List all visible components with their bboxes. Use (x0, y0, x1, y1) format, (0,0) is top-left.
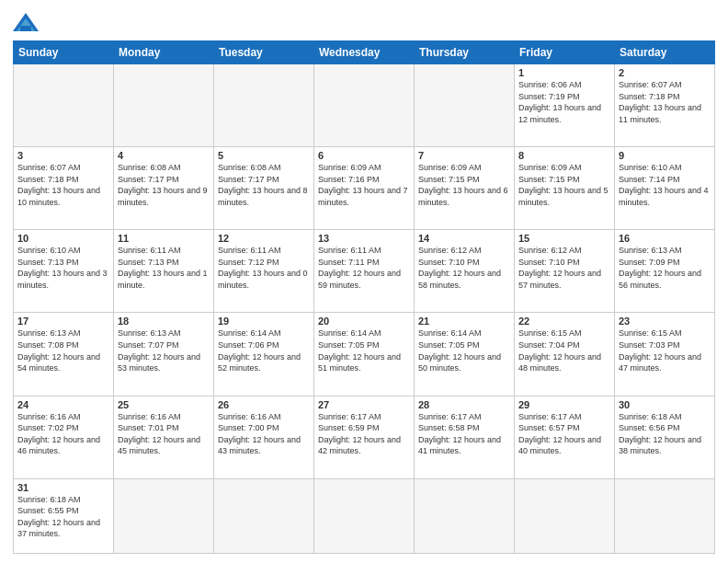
calendar-week-row: 10Sunrise: 6:10 AM Sunset: 7:13 PM Dayli… (14, 230, 715, 313)
day-number: 26 (218, 399, 310, 410)
calendar-cell: 3Sunrise: 6:07 AM Sunset: 7:18 PM Daylig… (14, 147, 114, 230)
day-number: 27 (318, 399, 410, 410)
calendar-cell: 2Sunrise: 6:07 AM Sunset: 7:18 PM Daylig… (615, 64, 715, 147)
svg-rect-2 (20, 26, 31, 31)
day-info: Sunrise: 6:06 AM Sunset: 7:19 PM Dayligh… (518, 79, 610, 125)
day-number: 9 (619, 150, 711, 161)
day-info: Sunrise: 6:14 AM Sunset: 7:05 PM Dayligh… (318, 327, 410, 373)
header (13, 9, 715, 35)
day-info: Sunrise: 6:12 AM Sunset: 7:10 PM Dayligh… (518, 245, 610, 291)
calendar-cell: 10Sunrise: 6:10 AM Sunset: 7:13 PM Dayli… (14, 230, 114, 313)
day-number: 12 (218, 233, 310, 244)
day-number: 31 (17, 482, 109, 493)
day-info: Sunrise: 6:07 AM Sunset: 7:18 PM Dayligh… (17, 162, 109, 208)
calendar-cell: 8Sunrise: 6:09 AM Sunset: 7:15 PM Daylig… (515, 147, 615, 230)
calendar-cell: 9Sunrise: 6:10 AM Sunset: 7:14 PM Daylig… (615, 147, 715, 230)
calendar-cell (314, 478, 415, 553)
calendar-cell: 23Sunrise: 6:15 AM Sunset: 7:03 PM Dayli… (615, 313, 715, 396)
calendar-week-row: 24Sunrise: 6:16 AM Sunset: 7:02 PM Dayli… (14, 396, 715, 478)
calendar-week-row: 1Sunrise: 6:06 AM Sunset: 7:19 PM Daylig… (14, 64, 715, 147)
day-number: 19 (218, 316, 310, 327)
page: SundayMondayTuesdayWednesdayThursdayFrid… (0, 0, 728, 563)
logo (13, 13, 42, 35)
calendar-cell: 29Sunrise: 6:17 AM Sunset: 6:57 PM Dayli… (515, 396, 615, 478)
calendar-cell: 4Sunrise: 6:08 AM Sunset: 7:17 PM Daylig… (114, 147, 214, 230)
day-number: 24 (17, 399, 109, 410)
day-number: 1 (518, 67, 610, 78)
calendar-cell (214, 478, 314, 553)
calendar-cell (515, 478, 615, 553)
day-info: Sunrise: 6:15 AM Sunset: 7:04 PM Dayligh… (518, 327, 610, 373)
day-info: Sunrise: 6:11 AM Sunset: 7:12 PM Dayligh… (218, 245, 310, 291)
day-info: Sunrise: 6:18 AM Sunset: 6:55 PM Dayligh… (17, 494, 109, 540)
calendar-week-row: 17Sunrise: 6:13 AM Sunset: 7:08 PM Dayli… (14, 313, 715, 396)
calendar-day-header: Tuesday (214, 41, 314, 64)
calendar-cell (114, 478, 214, 553)
day-info: Sunrise: 6:18 AM Sunset: 6:56 PM Dayligh… (619, 411, 711, 457)
day-info: Sunrise: 6:12 AM Sunset: 7:10 PM Dayligh… (418, 245, 510, 291)
day-info: Sunrise: 6:11 AM Sunset: 7:11 PM Dayligh… (318, 245, 410, 291)
calendar-cell: 27Sunrise: 6:17 AM Sunset: 6:59 PM Dayli… (314, 396, 415, 478)
day-info: Sunrise: 6:17 AM Sunset: 6:59 PM Dayligh… (318, 411, 410, 457)
calendar-cell: 24Sunrise: 6:16 AM Sunset: 7:02 PM Dayli… (14, 396, 114, 478)
day-number: 17 (17, 316, 109, 327)
calendar-day-header: Sunday (14, 41, 114, 64)
calendar-cell: 28Sunrise: 6:17 AM Sunset: 6:58 PM Dayli… (415, 396, 515, 478)
day-info: Sunrise: 6:14 AM Sunset: 7:05 PM Dayligh… (418, 327, 510, 373)
day-info: Sunrise: 6:14 AM Sunset: 7:06 PM Dayligh… (218, 327, 310, 373)
day-number: 7 (418, 150, 510, 161)
day-info: Sunrise: 6:13 AM Sunset: 7:09 PM Dayligh… (619, 245, 711, 291)
calendar-cell: 12Sunrise: 6:11 AM Sunset: 7:12 PM Dayli… (214, 230, 314, 313)
calendar-cell: 25Sunrise: 6:16 AM Sunset: 7:01 PM Dayli… (114, 396, 214, 478)
day-number: 3 (17, 150, 109, 161)
day-number: 30 (619, 399, 711, 410)
day-number: 5 (218, 150, 310, 161)
day-info: Sunrise: 6:09 AM Sunset: 7:15 PM Dayligh… (418, 162, 510, 208)
calendar-day-header: Thursday (415, 41, 515, 64)
calendar-day-header: Friday (515, 41, 615, 64)
calendar-cell: 1Sunrise: 6:06 AM Sunset: 7:19 PM Daylig… (515, 64, 615, 147)
calendar-cell: 18Sunrise: 6:13 AM Sunset: 7:07 PM Dayli… (114, 313, 214, 396)
calendar-week-row: 31Sunrise: 6:18 AM Sunset: 6:55 PM Dayli… (14, 478, 715, 553)
day-number: 14 (418, 233, 510, 244)
calendar-cell: 6Sunrise: 6:09 AM Sunset: 7:16 PM Daylig… (314, 147, 415, 230)
calendar-cell (415, 478, 515, 553)
day-info: Sunrise: 6:15 AM Sunset: 7:03 PM Dayligh… (619, 327, 711, 373)
calendar-cell (615, 478, 715, 553)
calendar-table: SundayMondayTuesdayWednesdayThursdayFrid… (13, 40, 715, 554)
calendar-cell: 31Sunrise: 6:18 AM Sunset: 6:55 PM Dayli… (14, 478, 114, 553)
day-info: Sunrise: 6:16 AM Sunset: 7:02 PM Dayligh… (17, 411, 109, 457)
day-number: 6 (318, 150, 410, 161)
day-number: 21 (418, 316, 510, 327)
calendar-cell: 26Sunrise: 6:16 AM Sunset: 7:00 PM Dayli… (214, 396, 314, 478)
calendar-day-header: Wednesday (314, 41, 415, 64)
calendar-cell (314, 64, 415, 147)
calendar-cell (415, 64, 515, 147)
day-info: Sunrise: 6:16 AM Sunset: 7:01 PM Dayligh… (118, 411, 210, 457)
calendar-day-header: Saturday (615, 41, 715, 64)
day-number: 4 (118, 150, 210, 161)
logo-icon (13, 13, 39, 35)
day-info: Sunrise: 6:11 AM Sunset: 7:13 PM Dayligh… (118, 245, 210, 291)
calendar-cell: 15Sunrise: 6:12 AM Sunset: 7:10 PM Dayli… (515, 230, 615, 313)
day-number: 13 (318, 233, 410, 244)
day-info: Sunrise: 6:16 AM Sunset: 7:00 PM Dayligh… (218, 411, 310, 457)
day-number: 10 (17, 233, 109, 244)
calendar-day-header: Monday (114, 41, 214, 64)
calendar-cell: 22Sunrise: 6:15 AM Sunset: 7:04 PM Dayli… (515, 313, 615, 396)
calendar-cell: 7Sunrise: 6:09 AM Sunset: 7:15 PM Daylig… (415, 147, 515, 230)
calendar-cell (14, 64, 114, 147)
calendar-cell: 14Sunrise: 6:12 AM Sunset: 7:10 PM Dayli… (415, 230, 515, 313)
day-number: 22 (518, 316, 610, 327)
day-info: Sunrise: 6:10 AM Sunset: 7:14 PM Dayligh… (619, 162, 711, 208)
day-number: 16 (619, 233, 711, 244)
day-number: 2 (619, 67, 711, 78)
calendar-cell: 20Sunrise: 6:14 AM Sunset: 7:05 PM Dayli… (314, 313, 415, 396)
day-info: Sunrise: 6:17 AM Sunset: 6:57 PM Dayligh… (518, 411, 610, 457)
calendar-cell: 16Sunrise: 6:13 AM Sunset: 7:09 PM Dayli… (615, 230, 715, 313)
calendar-week-row: 3Sunrise: 6:07 AM Sunset: 7:18 PM Daylig… (14, 147, 715, 230)
day-info: Sunrise: 6:09 AM Sunset: 7:16 PM Dayligh… (318, 162, 410, 208)
day-number: 18 (118, 316, 210, 327)
day-info: Sunrise: 6:09 AM Sunset: 7:15 PM Dayligh… (518, 162, 610, 208)
calendar-cell: 11Sunrise: 6:11 AM Sunset: 7:13 PM Dayli… (114, 230, 214, 313)
